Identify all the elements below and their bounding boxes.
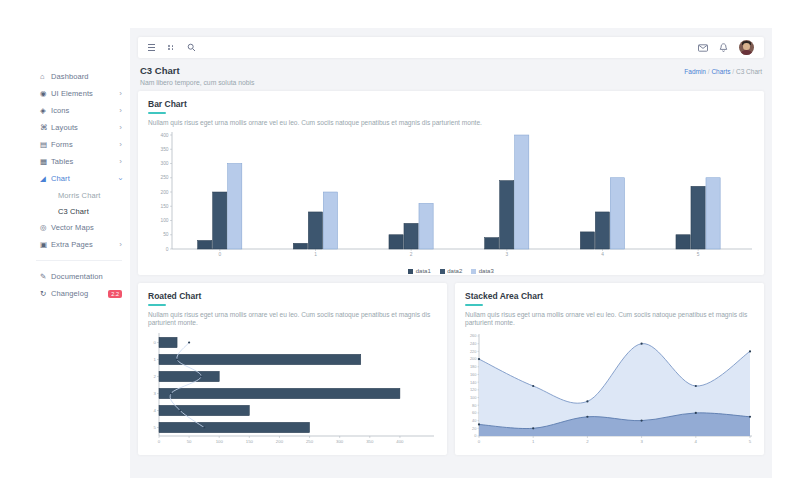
svg-text:40: 40 <box>472 418 477 423</box>
layouts-icon: ⌘ <box>40 123 51 132</box>
sidebar-item-label: Morris Chart <box>58 191 122 200</box>
bar-chart-title: Bar Chart <box>148 99 754 109</box>
svg-text:5: 5 <box>749 439 752 444</box>
legend-item-data1[interactable]: data1 <box>408 268 431 274</box>
breadcrumb: Fadmin / Charts / C3 Chart <box>684 68 762 75</box>
sidebar-item-documentation[interactable]: ✎Documentation <box>28 268 130 285</box>
page-title: C3 Chart <box>140 65 254 76</box>
sidebar-item-label: Changelog <box>51 289 104 298</box>
svg-text:300: 300 <box>336 439 344 444</box>
sidebar-item-label: Extra Pages <box>51 240 119 249</box>
chevron-right-icon: › <box>117 177 125 180</box>
svg-text:120: 120 <box>470 388 477 393</box>
stacked-area-chart-svg: 0204060801001201401601802002202402600123… <box>465 331 753 447</box>
svg-text:4: 4 <box>695 439 698 444</box>
legend-item-data3[interactable]: data3 <box>471 268 494 274</box>
svg-text:100: 100 <box>470 395 477 400</box>
svg-text:3: 3 <box>640 439 643 444</box>
svg-text:300: 300 <box>160 162 168 167</box>
svg-text:200: 200 <box>276 439 284 444</box>
sidebar-footer: ✎Documentation↻Changelog2.2 <box>28 268 130 302</box>
svg-text:400: 400 <box>160 133 168 138</box>
svg-text:160: 160 <box>470 372 477 377</box>
svg-text:3: 3 <box>154 391 157 396</box>
legend-label: data2 <box>447 268 462 274</box>
sidebar-item-label: Documentation <box>51 272 122 281</box>
page-subtitle: Nam libero tempore, cum soluta nobis <box>140 79 254 86</box>
svg-text:20: 20 <box>472 426 477 431</box>
sidebar-item-layouts[interactable]: ⌘Layouts› <box>28 119 130 136</box>
bar-chart-description: Nullam quis risus eget urna mollis ornar… <box>148 119 754 128</box>
app-window: ⌂Dashboard◉UI Elements›◈Icons›⌘Layouts›▤… <box>28 28 772 478</box>
sidebar-item-tables[interactable]: ▦Tables› <box>28 153 130 170</box>
sidebar-item-label: Icons <box>51 106 119 115</box>
svg-text:1: 1 <box>154 357 157 362</box>
rotated-chart-card: Roated Chart Nullam quis risus eget urna… <box>138 283 447 455</box>
ui-elements-icon: ◉ <box>40 89 51 98</box>
bell-icon[interactable] <box>719 43 728 53</box>
svg-text:4: 4 <box>601 252 604 257</box>
chevron-right-icon: › <box>119 141 122 149</box>
breadcrumb-item[interactable]: Charts <box>711 68 730 75</box>
breadcrumb-item: C3 Chart <box>736 68 762 75</box>
mail-icon[interactable] <box>698 44 708 52</box>
chevron-right-icon: › <box>119 241 122 249</box>
svg-text:0: 0 <box>474 434 477 439</box>
svg-text:250: 250 <box>306 439 314 444</box>
grid-dots-icon[interactable] <box>168 45 174 50</box>
chevron-right-icon: › <box>119 158 122 166</box>
legend-item-data2[interactable]: data2 <box>440 268 463 274</box>
sidebar-item-ui-elements[interactable]: ◉UI Elements› <box>28 85 130 102</box>
chart-icon: ◢ <box>40 174 51 183</box>
avatar[interactable] <box>739 40 754 55</box>
vector-maps-icon: ◎ <box>40 223 51 232</box>
sidebar-item-vector-maps[interactable]: ◎Vector Maps <box>28 219 130 236</box>
sidebar-divider <box>36 260 122 261</box>
svg-text:350: 350 <box>160 147 168 152</box>
changelog-icon: ↻ <box>40 289 51 298</box>
svg-text:400: 400 <box>396 439 404 444</box>
svg-text:200: 200 <box>470 357 477 362</box>
svg-text:5: 5 <box>154 425 157 430</box>
chevron-right-icon: › <box>119 124 122 132</box>
svg-text:0: 0 <box>478 439 481 444</box>
breadcrumb-item[interactable]: Fadmin <box>684 68 706 75</box>
chevron-right-icon: › <box>119 90 122 98</box>
sidebar-item-label: UI Elements <box>51 89 119 98</box>
sidebar-item-forms[interactable]: ▤Forms› <box>28 136 130 153</box>
svg-text:1: 1 <box>314 252 317 257</box>
sidebar-item-dashboard[interactable]: ⌂Dashboard <box>28 68 130 85</box>
legend-swatch <box>408 269 413 274</box>
sidebar: ⌂Dashboard◉UI Elements›◈Icons›⌘Layouts›▤… <box>28 28 130 478</box>
sidebar-item-label: Chart <box>51 174 119 183</box>
svg-text:260: 260 <box>470 334 477 339</box>
svg-text:250: 250 <box>160 176 168 181</box>
svg-text:5: 5 <box>697 252 700 257</box>
svg-text:140: 140 <box>470 380 477 385</box>
sidebar-item-c3-chart[interactable]: C3 Chart <box>28 203 130 219</box>
legend-swatch <box>440 269 445 274</box>
svg-text:3: 3 <box>505 252 508 257</box>
search-icon[interactable] <box>187 43 196 52</box>
menu-icon[interactable] <box>148 44 155 50</box>
bar-chart-card: Bar Chart Nullam quis risus eget urna mo… <box>138 91 764 275</box>
legend-swatch <box>471 269 476 274</box>
sidebar-item-changelog[interactable]: ↻Changelog2.2 <box>28 285 130 302</box>
svg-text:180: 180 <box>470 364 477 369</box>
documentation-icon: ✎ <box>40 272 51 281</box>
svg-text:150: 150 <box>246 439 254 444</box>
sidebar-item-icons[interactable]: ◈Icons› <box>28 102 130 119</box>
svg-text:150: 150 <box>160 204 168 209</box>
changelog-badge: 2.2 <box>108 290 122 298</box>
extra-pages-icon: ▣ <box>40 240 51 249</box>
title-underline <box>148 112 166 114</box>
svg-text:4: 4 <box>154 408 157 413</box>
sidebar-item-label: C3 Chart <box>58 207 122 216</box>
topbar <box>138 37 764 58</box>
sidebar-item-morris-chart[interactable]: Morris Chart <box>28 187 130 203</box>
svg-text:0: 0 <box>158 439 161 444</box>
chevron-right-icon: › <box>119 107 122 115</box>
sidebar-menu: ⌂Dashboard◉UI Elements›◈Icons›⌘Layouts›▤… <box>28 68 130 253</box>
sidebar-item-chart[interactable]: ◢Chart› <box>28 170 130 187</box>
sidebar-item-extra-pages[interactable]: ▣Extra Pages› <box>28 236 130 253</box>
